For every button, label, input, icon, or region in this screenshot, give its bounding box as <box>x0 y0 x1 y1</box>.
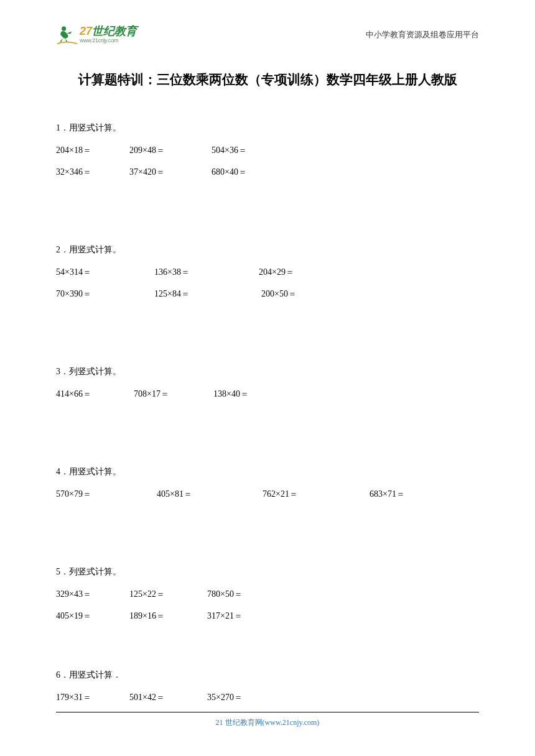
equation-item: 504×36＝ <box>212 145 247 156</box>
logo-icon <box>56 24 78 46</box>
equation-item: 32×346＝ <box>56 167 129 178</box>
equation-row: 414×66＝708×17＝138×40＝ <box>56 389 479 400</box>
equation-item: 570×79＝ <box>56 489 157 500</box>
equation-row: 70×390＝125×84＝200×50＝ <box>56 288 479 300</box>
logo-text-container: 27世纪教育 www.21cnjy.com <box>80 25 137 44</box>
equation-item: 125×84＝ <box>154 288 261 300</box>
footer-brand: 21 世纪教育网 <box>216 718 263 727</box>
equation-item: 138×40＝ <box>213 389 249 400</box>
equation-row: 204×18＝209×48＝504×36＝ <box>56 145 479 156</box>
equation-item: 317×21＝ <box>207 611 243 622</box>
question-header: 4．用竖式计算。 <box>56 466 479 477</box>
equation-item: 200×50＝ <box>261 288 297 300</box>
question-block: 6．用竖式计算．179×31＝501×42＝35×270＝ <box>56 670 479 703</box>
spacer <box>56 510 479 566</box>
questions-container: 1．用竖式计算。204×18＝209×48＝504×36＝32×346＝37×4… <box>56 122 479 703</box>
equation-item: 54×314＝ <box>56 267 154 278</box>
page-footer: 21 世纪教育网(www.21cnjy.com) <box>56 712 479 728</box>
equation-item: 405×81＝ <box>157 489 263 500</box>
footer-text: 21 世纪教育网(www.21cnjy.com) <box>216 718 320 727</box>
equation-item: 70×390＝ <box>56 288 154 300</box>
logo-prefix: 27 <box>80 25 92 37</box>
logo-url: www.21cnjy.com <box>80 37 137 44</box>
spacer <box>56 310 479 366</box>
equation-row: 54×314＝136×38＝204×29＝ <box>56 267 479 278</box>
equation-item: 204×29＝ <box>259 267 294 278</box>
question-header: 6．用竖式计算． <box>56 670 479 681</box>
question-block: 2．用竖式计算。54×314＝136×38＝204×29＝70×390＝125×… <box>56 244 479 300</box>
logo: 27世纪教育 www.21cnjy.com <box>56 24 137 46</box>
logo-brand: 世纪教育 <box>92 25 137 37</box>
footer-url: (www.21cnjy.com) <box>263 718 320 727</box>
equation-item: 708×17＝ <box>134 389 213 400</box>
question-block: 1．用竖式计算。204×18＝209×48＝504×36＝32×346＝37×4… <box>56 122 479 178</box>
svg-point-0 <box>62 27 66 31</box>
equation-item: 680×40＝ <box>212 167 247 178</box>
page-title: 计算题特训：三位数乘两位数（专项训练）数学四年级上册人教版 <box>56 71 479 88</box>
spacer <box>56 632 479 670</box>
logo-main-text: 27世纪教育 <box>80 25 137 37</box>
equation-item: 780×50＝ <box>207 589 243 600</box>
spacer <box>56 410 479 466</box>
question-header: 3．列竖式计算。 <box>56 366 479 377</box>
equation-row: 329×43＝125×22＝780×50＝ <box>56 589 479 600</box>
equation-item: 405×19＝ <box>56 611 129 622</box>
equation-item: 209×48＝ <box>129 145 212 156</box>
equation-row: 32×346＝37×420＝680×40＝ <box>56 167 479 178</box>
header-subtitle: 中小学教育资源及组卷应用平台 <box>366 29 479 40</box>
equation-row: 570×79＝405×81＝762×21＝683×71＝ <box>56 489 479 500</box>
equation-row: 405×19＝189×16＝317×21＝ <box>56 611 479 622</box>
equation-item: 762×21＝ <box>263 489 370 500</box>
question-header: 1．用竖式计算。 <box>56 122 479 134</box>
equation-item: 35×270＝ <box>207 692 243 703</box>
question-header: 5．列竖式计算。 <box>56 566 479 578</box>
question-block: 5．列竖式计算。329×43＝125×22＝780×50＝405×19＝189×… <box>56 566 479 622</box>
equation-item: 125×22＝ <box>129 589 207 600</box>
spacer <box>56 188 479 244</box>
equation-item: 37×420＝ <box>129 167 212 178</box>
page-header: 27世纪教育 www.21cnjy.com 中小学教育资源及组卷应用平台 <box>56 24 479 46</box>
equation-item: 179×31＝ <box>56 692 129 703</box>
equation-row: 179×31＝501×42＝35×270＝ <box>56 692 479 703</box>
question-block: 3．列竖式计算。414×66＝708×17＝138×40＝ <box>56 366 479 400</box>
question-header: 2．用竖式计算。 <box>56 244 479 256</box>
equation-item: 501×42＝ <box>129 692 207 703</box>
equation-item: 136×38＝ <box>154 267 259 278</box>
equation-item: 329×43＝ <box>56 589 129 600</box>
question-block: 4．用竖式计算。570×79＝405×81＝762×21＝683×71＝ <box>56 466 479 500</box>
equation-item: 204×18＝ <box>56 145 129 156</box>
equation-item: 189×16＝ <box>129 611 207 622</box>
equation-item: 414×66＝ <box>56 389 134 400</box>
equation-item: 683×71＝ <box>370 489 405 500</box>
page-container: 27世纪教育 www.21cnjy.com 中小学教育资源及组卷应用平台 计算题… <box>0 0 535 756</box>
